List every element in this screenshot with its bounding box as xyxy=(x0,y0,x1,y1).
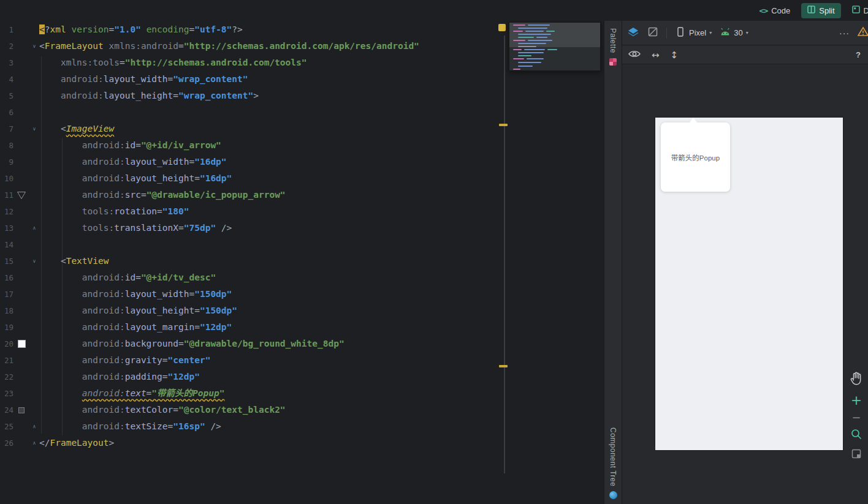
code-text[interactable]: <FrameLayout xmlns:android="http://schem… xyxy=(39,38,419,55)
line-number[interactable]: 7 xyxy=(0,121,13,137)
horizontal-resize-icon[interactable]: ↔ xyxy=(652,50,660,61)
line-number[interactable]: 9 xyxy=(0,154,13,170)
code-editor[interactable]: 1<?xml version="1.0" encoding="utf-8"?>2… xyxy=(0,21,604,504)
fold-collapse-icon[interactable]: ∨ xyxy=(29,38,39,55)
drawable-preview-arrow-icon[interactable] xyxy=(13,187,29,203)
code-text[interactable]: tools:rotation="180" xyxy=(39,203,189,220)
line-number[interactable]: 23 xyxy=(0,385,13,402)
code-text[interactable]: android:layout_width="wrap_content" xyxy=(39,71,248,88)
line-number[interactable]: 21 xyxy=(0,352,13,369)
line-number[interactable]: 1 xyxy=(0,21,13,38)
code-text[interactable]: android:layout_width="16dp" xyxy=(39,154,227,170)
tab-design[interactable]: D xyxy=(846,3,868,18)
code-text[interactable]: android:layout_width="150dp" xyxy=(39,286,232,303)
line-number[interactable]: 12 xyxy=(0,203,13,220)
toolwindow-palette-button[interactable]: Palette xyxy=(604,28,622,66)
layout-surface-icon[interactable] xyxy=(627,26,639,40)
toolwindow-component-tree-button[interactable]: Component Tree xyxy=(604,427,622,499)
gutter-fold-space xyxy=(29,137,39,154)
line-number[interactable]: 2 xyxy=(0,38,13,55)
gutter-space xyxy=(13,253,29,269)
zoom-in-button[interactable]: + xyxy=(851,394,862,407)
gutter-space xyxy=(13,137,29,154)
line-number[interactable]: 18 xyxy=(0,303,13,319)
device-screen: 带箭头的Popup xyxy=(655,118,843,450)
line-number[interactable]: 10 xyxy=(0,170,13,187)
code-text[interactable]: <TextView xyxy=(39,253,109,269)
line-number[interactable]: 15 xyxy=(0,253,13,269)
view-frame-icon[interactable] xyxy=(851,448,862,462)
line-number[interactable]: 4 xyxy=(0,71,13,88)
fold-end-icon[interactable]: ∧ xyxy=(29,220,39,236)
vertical-resize-icon[interactable]: ↕ xyxy=(671,50,679,61)
zoom-to-fit-icon[interactable] xyxy=(850,428,862,443)
inspections-indicator-icon[interactable] xyxy=(498,24,506,31)
gutter-fold-space xyxy=(29,71,39,88)
gutter-fold-space xyxy=(29,21,39,38)
gutter-fold-space xyxy=(29,352,39,369)
fold-end-icon[interactable]: ∧ xyxy=(29,418,39,435)
code-text[interactable]: android:src="@drawable/ic_popup_arrow" xyxy=(39,187,286,203)
line-number[interactable]: 19 xyxy=(0,319,13,336)
line-number[interactable]: 22 xyxy=(0,369,13,385)
line-number[interactable]: 13 xyxy=(0,220,13,236)
fold-collapse-icon[interactable]: ∨ xyxy=(29,121,39,137)
scrollbar-track[interactable] xyxy=(504,36,505,473)
zoom-out-button[interactable]: − xyxy=(851,413,861,423)
line-number[interactable]: 3 xyxy=(0,55,13,71)
code-text[interactable]: android:id="@+id/iv_arrow" xyxy=(39,137,221,154)
code-text[interactable]: android:layout_height="wrap_content"> xyxy=(39,88,259,104)
api-level-selector[interactable]: 30 ▾ xyxy=(720,28,748,39)
chevron-down-icon: ▾ xyxy=(746,30,748,36)
line-number[interactable]: 26 xyxy=(0,435,13,451)
line-number[interactable]: 20 xyxy=(0,336,13,352)
gutter-space xyxy=(13,21,29,38)
code-text[interactable]: android:gravity="center" xyxy=(39,352,210,369)
code-text[interactable]: android:padding="12dp" xyxy=(39,369,200,385)
line-number[interactable]: 14 xyxy=(0,236,13,253)
line-number[interactable]: 25 xyxy=(0,418,13,435)
gutter-space xyxy=(13,435,29,451)
code-text[interactable]: android:layout_height="16dp" xyxy=(39,170,232,187)
help-button[interactable]: ? xyxy=(856,50,861,59)
code-text[interactable]: android:layout_margin="12dp" xyxy=(39,319,232,336)
code-text[interactable]: android:text="带箭头的Popup" xyxy=(39,385,224,402)
pan-hand-icon[interactable] xyxy=(850,371,863,388)
line-number[interactable]: 5 xyxy=(0,88,13,104)
line-number[interactable]: 8 xyxy=(0,137,13,154)
line-number[interactable]: 11 xyxy=(0,187,13,203)
fold-end-icon[interactable]: ∧ xyxy=(29,435,39,451)
right-toolwindow-strip: Palette Component Tree xyxy=(604,21,622,504)
code-text[interactable]: android:textColor="@color/text_black2" xyxy=(39,402,286,418)
more-options-button[interactable]: ··· xyxy=(839,28,850,38)
line-number[interactable]: 24 xyxy=(0,402,13,418)
view-options-eye-icon[interactable] xyxy=(628,50,641,61)
color-preview-dark-swatch[interactable] xyxy=(13,402,29,418)
tab-code[interactable]: <> Code xyxy=(753,3,797,18)
code-text[interactable]: </FrameLayout> xyxy=(39,435,114,451)
tab-split[interactable]: Split xyxy=(801,3,840,18)
warning-stripe-mark[interactable] xyxy=(499,124,508,126)
warning-stripe-mark[interactable] xyxy=(499,365,508,367)
line-number[interactable]: 17 xyxy=(0,286,13,303)
design-canvas[interactable]: 带箭头的Popup + − xyxy=(622,65,868,504)
device-selector[interactable]: Pixel ▾ xyxy=(675,26,712,40)
blueprint-off-icon[interactable] xyxy=(647,26,658,40)
code-text[interactable]: android:background="@drawable/bg_round_w… xyxy=(39,336,345,352)
code-text[interactable]: tools:translationX="75dp" /> xyxy=(39,220,232,236)
editor-scrollbar[interactable] xyxy=(495,21,509,504)
fold-collapse-icon[interactable]: ∨ xyxy=(29,253,39,269)
code-text[interactable]: <?xml version="1.0" encoding="utf-8"?> xyxy=(39,21,243,38)
gutter-space xyxy=(13,71,29,88)
code-text[interactable]: <ImageView xyxy=(39,121,114,137)
code-text[interactable]: android:id="@+id/tv_desc" xyxy=(39,269,216,286)
gutter-fold-space xyxy=(29,269,39,286)
line-number[interactable]: 6 xyxy=(0,104,13,121)
code-text[interactable]: xmlns:tools="http://schemas.android.com/… xyxy=(39,55,307,71)
code-text[interactable]: android:textSize="16sp" /> xyxy=(39,418,221,435)
color-preview-white-swatch[interactable] xyxy=(13,336,29,352)
code-text[interactable]: android:layout_height="150dp" xyxy=(39,303,237,319)
line-number[interactable]: 16 xyxy=(0,269,13,286)
warning-triangle-icon[interactable] xyxy=(858,26,868,39)
palette-label: Palette xyxy=(609,28,617,53)
